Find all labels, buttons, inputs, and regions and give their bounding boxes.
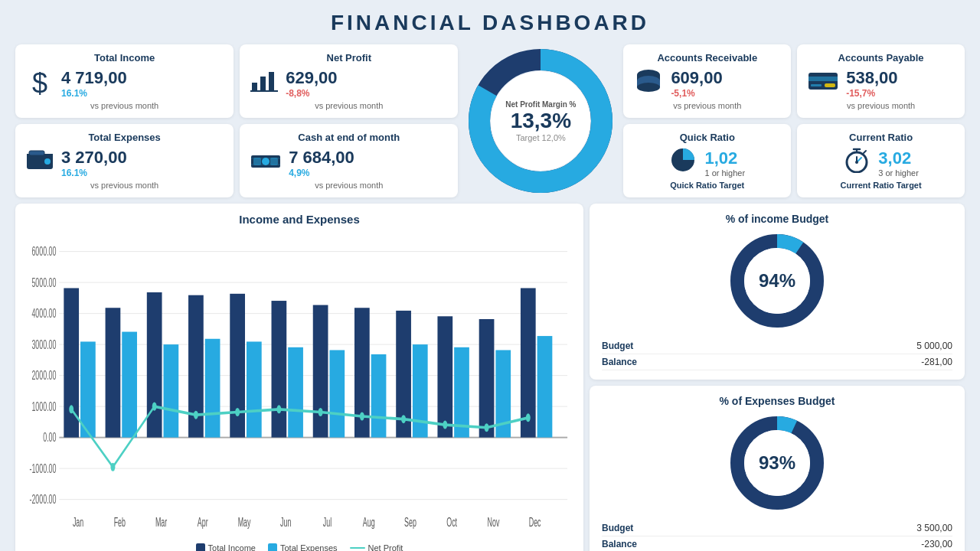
kpi-quick-ratio: Quick Ratio 1,02 1 or higher — [623, 124, 791, 197]
svg-point-98 — [401, 415, 406, 423]
svg-text:May: May — [238, 515, 251, 530]
svg-rect-84 — [479, 319, 495, 438]
svg-text:Mar: Mar — [155, 515, 168, 530]
expenses-legend-dot — [268, 543, 277, 551]
svg-point-99 — [443, 421, 447, 429]
svg-rect-82 — [454, 347, 469, 438]
coins-icon — [634, 69, 663, 97]
dashboard: FINANCIAL DASHBOARD Total Income $ 4 719… — [0, 0, 980, 551]
kpi-total-expenses: Total Expenses 3 270,00 16.1% — [15, 124, 234, 197]
timer-icon — [843, 147, 871, 178]
svg-point-93 — [194, 411, 198, 419]
svg-text:-1000.00: -1000.00 — [29, 461, 56, 476]
expenses-budget-card: % of Expenses Budget 93% Budget 3 500,00 — [590, 386, 965, 551]
svg-rect-70 — [288, 347, 303, 438]
svg-rect-81 — [437, 316, 452, 437]
svg-rect-73 — [329, 350, 345, 437]
dollar-icon: $ — [26, 67, 54, 99]
svg-point-90 — [69, 405, 74, 413]
svg-rect-55 — [80, 341, 96, 437]
svg-rect-27 — [825, 83, 835, 87]
income-expenses-chart: Income and Expenses 6000.00 5000.00 4000… — [15, 204, 583, 551]
left-kpis-2: Net Profit 629,00 -8,8% — [240, 44, 458, 197]
right-kpis: Accounts Receivable 6 — [623, 44, 965, 197]
svg-point-101 — [526, 413, 531, 422]
svg-text:Jul: Jul — [323, 515, 332, 530]
svg-rect-76 — [371, 354, 387, 438]
svg-text:2000.00: 2000.00 — [31, 368, 56, 383]
svg-text:Oct: Oct — [446, 515, 457, 530]
svg-point-94 — [235, 408, 240, 416]
kpi-accounts-receivable: Accounts Receivable 6 — [623, 44, 791, 118]
svg-rect-72 — [313, 305, 328, 438]
svg-rect-5 — [260, 77, 266, 90]
kpi-total-income: Total Income $ 4 719,00 16.1% vs previou… — [15, 44, 234, 118]
svg-text:Nov: Nov — [488, 515, 500, 530]
card-icon — [808, 70, 838, 96]
kpi-current-ratio: Current Ratio — [797, 124, 965, 197]
svg-rect-64 — [205, 339, 220, 438]
kpi-cash: Cash at end of month 7 684,00 — [240, 124, 458, 197]
svg-text:0.00: 0.00 — [43, 430, 56, 445]
svg-text:Feb: Feb — [114, 515, 126, 530]
svg-rect-69 — [272, 301, 287, 438]
kpi-net-profit: Net Profit 629,00 -8,8% — [240, 44, 458, 118]
svg-point-95 — [276, 405, 281, 413]
svg-rect-4 — [252, 83, 257, 90]
svg-text:-2000.00: -2000.00 — [29, 492, 56, 507]
svg-point-100 — [485, 423, 489, 432]
svg-point-33 — [855, 161, 858, 164]
svg-text:3000.00: 3000.00 — [31, 337, 56, 352]
income-budget-donut: 94% — [727, 231, 827, 331]
top-row: Total Income $ 4 719,00 16.1% vs previou… — [15, 44, 965, 197]
budget-sections: % of income Budget 94% Budget 5 000,00 — [590, 204, 965, 551]
svg-text:Sep: Sep — [404, 515, 416, 530]
svg-text:Jun: Jun — [280, 515, 291, 530]
svg-text:6000.00: 6000.00 — [31, 244, 56, 259]
svg-rect-61 — [164, 344, 179, 438]
profit-legend-line — [350, 547, 365, 549]
svg-rect-88 — [537, 336, 553, 438]
svg-point-92 — [152, 403, 157, 411]
svg-rect-6 — [269, 72, 274, 90]
svg-point-22 — [637, 83, 660, 92]
pie-icon — [669, 147, 697, 178]
svg-text:Aug: Aug — [363, 515, 375, 530]
chart-legend: Total Income Total Expenses Net Profit — [28, 543, 571, 551]
svg-text:4000.00: 4000.00 — [31, 306, 56, 321]
svg-rect-3 — [44, 158, 51, 165]
income-legend-dot — [196, 543, 205, 551]
svg-text:Jan: Jan — [73, 515, 83, 530]
svg-text:5000.00: 5000.00 — [31, 276, 56, 290]
svg-text:1000.00: 1000.00 — [31, 399, 56, 414]
chart-icon — [250, 69, 278, 97]
income-budget-card: % of income Budget 94% Budget 5 000,00 — [590, 204, 965, 380]
profit-margin-donut: Net Profit Margin % 13,3% Target 12,0% — [464, 44, 617, 197]
svg-text:Dec: Dec — [529, 515, 541, 530]
svg-rect-25 — [808, 77, 838, 81]
cash-icon — [250, 150, 281, 176]
svg-point-91 — [110, 463, 115, 471]
svg-line-34 — [864, 151, 866, 153]
kpi-accounts-payable: Accounts Payable 538,00 — [797, 44, 965, 118]
svg-rect-67 — [247, 341, 262, 437]
svg-rect-58 — [122, 332, 137, 438]
wallet-icon — [26, 149, 54, 176]
svg-point-97 — [360, 412, 364, 420]
expenses-budget-donut: 93% — [727, 413, 827, 513]
svg-text:Apr: Apr — [198, 515, 208, 530]
page-title: FINANCIAL DASHBOARD — [15, 8, 965, 38]
svg-rect-2 — [29, 151, 44, 155]
left-kpis: Total Income $ 4 719,00 16.1% vs previou… — [15, 44, 234, 197]
svg-rect-26 — [811, 84, 822, 86]
bottom-row: Income and Expenses 6000.00 5000.00 4000… — [15, 204, 965, 551]
svg-rect-57 — [106, 308, 121, 437]
svg-point-96 — [318, 408, 323, 416]
